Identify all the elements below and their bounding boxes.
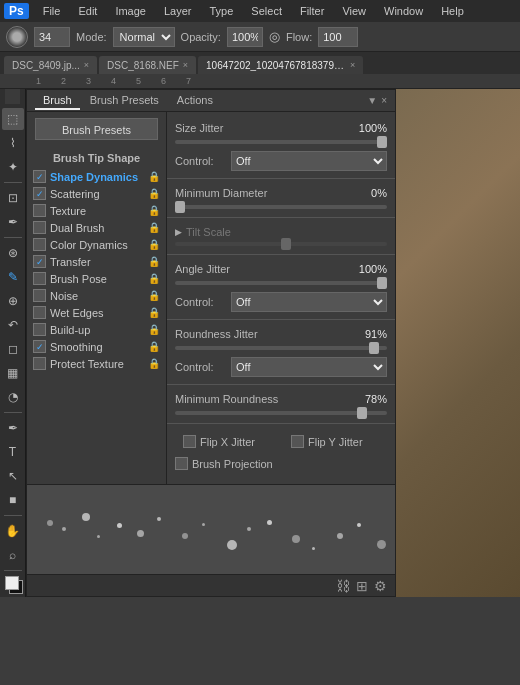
checkbox-color-dynamics[interactable] — [33, 238, 46, 251]
tool-crop[interactable]: ⊡ — [2, 187, 24, 209]
roundness-jitter-slider[interactable] — [167, 344, 395, 354]
checkbox-wet-edges[interactable] — [33, 306, 46, 319]
opacity-label: Opacity: — [181, 31, 221, 43]
option-wet-edges[interactable]: Wet Edges 🔒 — [27, 304, 166, 321]
flow-input[interactable] — [318, 27, 358, 47]
footer-link-icon[interactable]: ⛓ — [336, 578, 350, 594]
panel-tab-actions[interactable]: Actions — [169, 92, 221, 110]
option-transfer[interactable]: Transfer 🔒 — [27, 253, 166, 270]
control-dropdown-2[interactable]: Off — [231, 292, 387, 312]
min-roundness-label: Minimum Roundness — [175, 393, 278, 405]
panel-close-btn[interactable]: × — [381, 95, 387, 106]
checkbox-texture[interactable] — [33, 204, 46, 217]
footer-grid-icon[interactable]: ⊞ — [356, 578, 368, 594]
menu-image[interactable]: Image — [111, 3, 150, 19]
option-dual-brush[interactable]: Dual Brush 🔒 — [27, 219, 166, 236]
brush-presets-button[interactable]: Brush Presets — [35, 118, 158, 140]
option-build-up[interactable]: Build-up 🔒 — [27, 321, 166, 338]
tool-gradient[interactable]: ▦ — [2, 362, 24, 384]
checkbox-smoothing[interactable] — [33, 340, 46, 353]
option-brush-pose[interactable]: Brush Pose 🔒 — [27, 270, 166, 287]
control-dropdown-1[interactable]: Off — [231, 151, 387, 171]
tab-1[interactable]: DSC_8168.NEF × — [99, 56, 196, 74]
label-smoothing: Smoothing — [50, 341, 103, 353]
tool-hand[interactable]: ✋ — [2, 520, 24, 542]
tab-close-1[interactable]: × — [183, 60, 188, 70]
menu-window[interactable]: Window — [380, 3, 427, 19]
option-protect-texture[interactable]: Protect Texture 🔒 — [27, 355, 166, 372]
angle-jitter-slider[interactable] — [167, 279, 395, 289]
brush-tool-icon[interactable] — [6, 26, 28, 48]
roundness-jitter-value: 91% — [365, 328, 387, 340]
tool-marquee[interactable]: ⬚ — [2, 108, 24, 130]
tool-brush[interactable]: ✎ — [2, 266, 24, 288]
tool-type[interactable]: T — [2, 441, 24, 463]
checkbox-shape-dynamics[interactable] — [33, 170, 46, 183]
tool-lasso[interactable]: ⌇ — [2, 132, 24, 154]
flow-label: Flow: — [286, 31, 312, 43]
size-jitter-label: Size Jitter — [175, 122, 223, 134]
checkbox-flip-y[interactable] — [291, 435, 304, 448]
mode-dropdown[interactable]: Normal — [113, 27, 175, 47]
brush-size-input[interactable] — [34, 27, 70, 47]
option-texture[interactable]: Texture 🔒 — [27, 202, 166, 219]
tool-eraser[interactable]: ◻ — [2, 338, 24, 360]
tool-path-select[interactable]: ↖ — [2, 465, 24, 487]
checkbox-brush-pose[interactable] — [33, 272, 46, 285]
panel-tabs: Brush Brush Presets Actions — [35, 92, 221, 110]
panel-tab-presets[interactable]: Brush Presets — [82, 92, 167, 110]
tool-sep-1 — [4, 182, 22, 183]
lock-color-dynamics: 🔒 — [148, 239, 160, 250]
tool-shape[interactable]: ■ — [2, 489, 24, 511]
tab-2[interactable]: 10647202_10204767818379207_2909540113386… — [198, 56, 363, 74]
checkbox-build-up[interactable] — [33, 323, 46, 336]
min-diameter-row: Minimum Diameter 0% — [167, 183, 395, 203]
tool-eyedropper[interactable]: ✒ — [2, 211, 24, 233]
size-jitter-slider[interactable] — [167, 138, 395, 148]
checkbox-brush-projection[interactable] — [175, 457, 188, 470]
min-diameter-label: Minimum Diameter — [175, 187, 267, 199]
tool-history-brush[interactable]: ↶ — [2, 314, 24, 336]
checkbox-scattering[interactable] — [33, 187, 46, 200]
tab-0[interactable]: DSC_8409.jp... × — [4, 56, 97, 74]
tool-spot-heal[interactable]: ⊛ — [2, 242, 24, 264]
airbrush-icon[interactable]: ◎ — [269, 29, 280, 44]
menu-select[interactable]: Select — [247, 3, 286, 19]
tool-zoom[interactable]: ⌕ — [2, 544, 24, 566]
tool-pen[interactable]: ✒ — [2, 417, 24, 439]
menu-edit[interactable]: Edit — [74, 3, 101, 19]
divider-1 — [167, 178, 395, 179]
menu-help[interactable]: Help — [437, 3, 468, 19]
lock-brush-pose: 🔒 — [148, 273, 160, 284]
checkbox-noise[interactable] — [33, 289, 46, 302]
foreground-bg-color[interactable] — [2, 575, 24, 597]
tilt-scale-slider[interactable] — [167, 240, 395, 250]
option-shape-dynamics[interactable]: Shape Dynamics 🔒 — [27, 168, 166, 185]
tool-clone[interactable]: ⊕ — [2, 290, 24, 312]
tool-dodge[interactable]: ◔ — [2, 386, 24, 408]
option-smoothing[interactable]: Smoothing 🔒 — [27, 338, 166, 355]
checkbox-flip-x[interactable] — [183, 435, 196, 448]
opacity-input[interactable] — [227, 27, 263, 47]
control-dropdown-3[interactable]: Off — [231, 357, 387, 377]
checkbox-protect-texture[interactable] — [33, 357, 46, 370]
menu-type[interactable]: Type — [206, 3, 238, 19]
menu-layer[interactable]: Layer — [160, 3, 196, 19]
option-color-dynamics[interactable]: Color Dynamics 🔒 — [27, 236, 166, 253]
checkbox-transfer[interactable] — [33, 255, 46, 268]
panel-collapse-btn[interactable]: ▼ — [367, 95, 377, 106]
option-scattering[interactable]: Scattering 🔒 — [27, 185, 166, 202]
checkbox-dual-brush[interactable] — [33, 221, 46, 234]
tool-magic-wand[interactable]: ✦ — [2, 156, 24, 178]
menu-file[interactable]: File — [39, 3, 65, 19]
tab-close-2[interactable]: × — [350, 60, 355, 70]
lock-smoothing: 🔒 — [148, 341, 160, 352]
min-diameter-slider[interactable] — [167, 203, 395, 213]
menu-view[interactable]: View — [338, 3, 370, 19]
panel-tab-brush[interactable]: Brush — [35, 92, 80, 110]
footer-settings-icon[interactable]: ⚙ — [374, 578, 387, 594]
tab-close-0[interactable]: × — [84, 60, 89, 70]
min-roundness-slider[interactable] — [167, 409, 395, 419]
menu-filter[interactable]: Filter — [296, 3, 328, 19]
option-noise[interactable]: Noise 🔒 — [27, 287, 166, 304]
